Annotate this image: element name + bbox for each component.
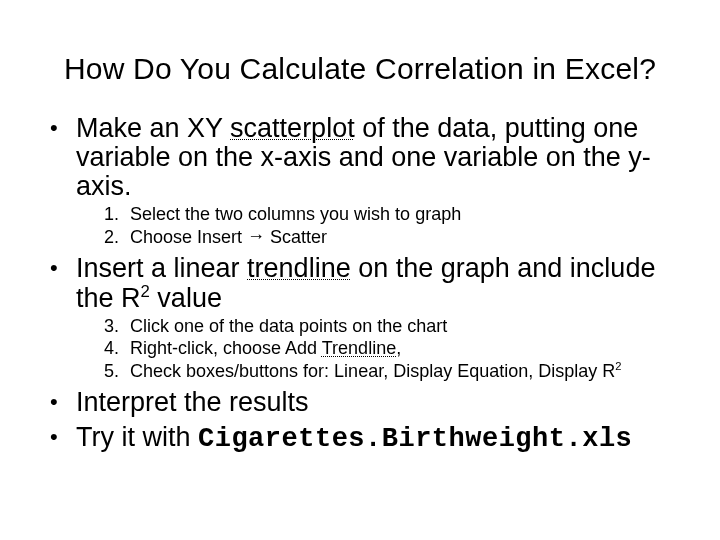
filename-code: Cigarettes.Birthweight.xls (198, 424, 632, 454)
text: Choose Insert (130, 227, 247, 247)
underlined-word: trendline (247, 253, 351, 283)
text: value (150, 283, 222, 313)
sub-list-1: Select the two columns you wish to graph… (76, 203, 682, 248)
text: Check boxes/buttons for: Linear, Display… (130, 361, 615, 381)
slide: How Do You Calculate Correlation in Exce… (0, 0, 720, 540)
sub-step: Select the two columns you wish to graph (124, 203, 682, 226)
superscript: 2 (141, 282, 150, 301)
slide-title: How Do You Calculate Correlation in Exce… (30, 52, 690, 86)
text: Right-click, choose Add (130, 338, 322, 358)
bullet-scatterplot: Make an XY scatterplot of the data, putt… (48, 114, 682, 248)
bullet-interpret: Interpret the results (48, 388, 682, 417)
bullet-try-it: Try it with Cigarettes.Birthweight.xls (48, 423, 682, 454)
arrow-icon: → (247, 225, 265, 248)
text: Scatter (265, 227, 327, 247)
sub-list-2: Click one of the data points on the char… (76, 315, 682, 383)
sub-step: Click one of the data points on the char… (124, 315, 682, 338)
underlined-word: scatterplot (230, 113, 355, 143)
sub-step: Choose Insert → Scatter (124, 226, 682, 249)
underlined-word: Trendline (322, 338, 396, 358)
text: Try it with (76, 422, 198, 452)
text: , (396, 338, 401, 358)
bullet-trendline: Insert a linear trendline on the graph a… (48, 254, 682, 382)
sub-step: Right-click, choose Add Trendline, (124, 337, 682, 360)
superscript: 2 (615, 360, 621, 372)
sub-step: Check boxes/buttons for: Linear, Display… (124, 360, 682, 383)
bullet-list: Make an XY scatterplot of the data, putt… (30, 114, 690, 455)
text: Make an XY (76, 113, 230, 143)
text: Insert a linear (76, 253, 247, 283)
